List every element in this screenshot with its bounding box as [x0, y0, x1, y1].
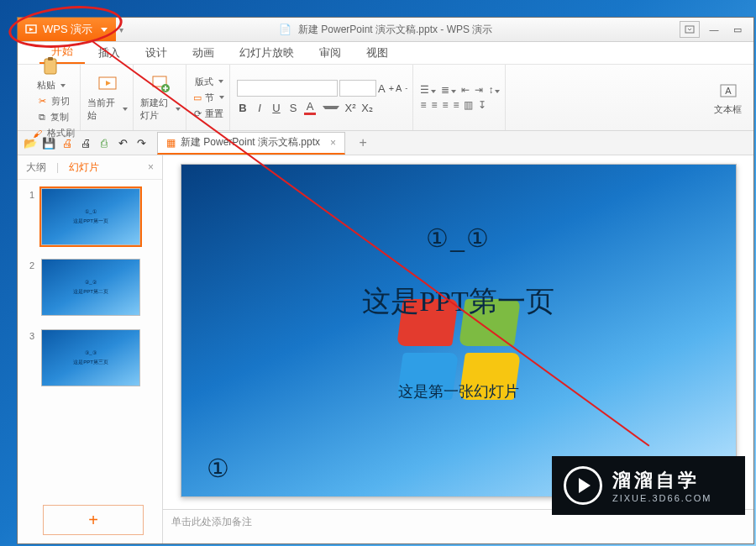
- export-icon[interactable]: ⎙: [97, 135, 112, 150]
- font-name-input[interactable]: [237, 80, 338, 97]
- watermark-badge: 溜溜自学 ZIXUE.3D66.COM: [552, 456, 745, 515]
- align-left-button[interactable]: ≡: [420, 99, 426, 111]
- superscript-button[interactable]: X²: [344, 102, 356, 114]
- svg-rect-3: [48, 57, 53, 60]
- wps-menu-button[interactable]: WPS 演示: [18, 18, 116, 41]
- text-direction-button[interactable]: ↧: [478, 99, 486, 111]
- bullets-button[interactable]: ☰: [420, 84, 436, 96]
- tab-insert[interactable]: 插入: [87, 42, 132, 64]
- tab-animation[interactable]: 动画: [181, 42, 226, 64]
- reset-label: 重置: [205, 108, 223, 120]
- undo-icon[interactable]: ↶: [115, 135, 130, 150]
- new-slide-icon: [150, 73, 171, 95]
- redo-icon[interactable]: ↷: [134, 135, 149, 150]
- align-right-button[interactable]: ≡: [442, 99, 448, 111]
- section-icon: ▭: [193, 92, 202, 103]
- slide-title-1[interactable]: ①_①: [181, 223, 736, 253]
- tab-slideshow[interactable]: 幻灯片放映: [228, 42, 306, 64]
- menu-arrow-icon: [685, 25, 695, 34]
- dropdown-icon: [101, 28, 108, 32]
- thumbnail-2[interactable]: 2 ②_②这是PPT第二页: [24, 259, 155, 316]
- thumb-line1: ①_①: [85, 208, 96, 214]
- subscript-button[interactable]: X₂: [361, 102, 373, 114]
- font-size-input[interactable]: [339, 80, 376, 97]
- thumb-number: 2: [24, 259, 34, 316]
- reset-button[interactable]: ⟳重置: [194, 108, 223, 120]
- title-bar: WPS 演示 ▾ 📄 新建 PowerPoint 演示文稿.pptx - WPS…: [18, 18, 753, 42]
- section-label: 节: [205, 92, 214, 104]
- bold-button[interactable]: B: [237, 102, 249, 114]
- ribbon-tabbar: 开始 插入 设计 动画 幻灯片放映 审阅 视图: [18, 42, 753, 65]
- indent-increase-button[interactable]: ⇥: [475, 84, 483, 96]
- new-slide-button[interactable]: 新建幻灯片: [140, 73, 181, 122]
- options-button[interactable]: [680, 21, 700, 38]
- font-color-button[interactable]: A: [304, 100, 316, 115]
- increase-font-button[interactable]: A+: [378, 80, 394, 97]
- section-button[interactable]: ▭节: [193, 92, 224, 104]
- align-center-button[interactable]: ≡: [431, 99, 437, 111]
- document-tab[interactable]: ▦ 新建 PowerPoint 演示文稿.pptx ×: [157, 132, 345, 155]
- align-justify-button[interactable]: ≡: [453, 99, 459, 111]
- thumb-line1: ③_③: [85, 349, 96, 355]
- svg-rect-1: [685, 26, 694, 33]
- presentation-icon: [24, 23, 38, 36]
- copy-button[interactable]: ⧉复制: [39, 111, 70, 123]
- close-tab-icon[interactable]: ×: [330, 137, 336, 149]
- print-preview-icon[interactable]: 🖨: [78, 135, 93, 150]
- from-current-button[interactable]: 当前开始: [87, 73, 128, 122]
- wps-menu-label: WPS 演示: [43, 22, 92, 37]
- watermark-line1: 溜溜自学: [612, 468, 711, 493]
- close-panel-icon[interactable]: ×: [148, 161, 154, 173]
- layout-label: 版式: [195, 76, 213, 88]
- indent-decrease-button[interactable]: ⇤: [461, 84, 470, 96]
- play-circle-icon: [564, 466, 602, 505]
- thumb-line2: 这是PPT第三页: [73, 359, 108, 366]
- reset-icon: ⟳: [194, 108, 202, 119]
- new-slide-label: 新建幻灯片: [140, 97, 171, 122]
- current-slide[interactable]: ①_① 这是PPT第一页 这是第一张幻灯片 ①: [181, 164, 737, 497]
- font-color-dropdown-icon[interactable]: [323, 106, 339, 109]
- slide-title-2[interactable]: 这是PPT第一页: [181, 282, 736, 321]
- thumbnail-3[interactable]: 3 ③_③这是PPT第三页: [24, 329, 155, 386]
- underline-button[interactable]: U: [270, 102, 282, 114]
- textbox-button[interactable]: A 文本框: [714, 80, 742, 116]
- paste-label: 粘贴: [37, 79, 55, 92]
- window-title-text: 新建 PowerPoint 演示文稿.pptx - WPS 演示: [298, 24, 492, 35]
- document-tab-label: 新建 PowerPoint 演示文稿.pptx: [181, 135, 320, 150]
- thumb-line1: ②_②: [85, 279, 96, 285]
- copy-icon: ⧉: [39, 112, 45, 123]
- restore-button[interactable]: ▭: [728, 22, 747, 37]
- decrease-font-button[interactable]: A-: [396, 80, 407, 97]
- more-icon[interactable]: ▾: [119, 25, 128, 34]
- tab-review[interactable]: 审阅: [307, 42, 353, 64]
- thumbnail-1[interactable]: 1 ①_①这是PPT第一页: [24, 188, 155, 245]
- thumb-line2: 这是PPT第二页: [73, 288, 108, 296]
- layout-button[interactable]: 版式: [195, 76, 223, 88]
- scissors-icon: ✂: [39, 96, 46, 107]
- new-tab-button[interactable]: +: [355, 135, 370, 150]
- slide-subtitle[interactable]: 这是第一张幻灯片: [181, 381, 736, 402]
- columns-button[interactable]: ▥: [464, 99, 473, 111]
- cut-button[interactable]: ✂剪切: [39, 95, 70, 108]
- copy-label: 复制: [50, 111, 69, 123]
- minimize-button[interactable]: —: [705, 22, 723, 37]
- strike-button[interactable]: S: [287, 102, 299, 114]
- paste-button[interactable]: 粘贴: [31, 55, 71, 92]
- italic-button[interactable]: I: [254, 102, 265, 114]
- thumb-number: 1: [24, 188, 34, 245]
- ribbon: 粘贴 ✂剪切 ⧉复制 🖌格式刷 当前开始 新建幻灯片 版式 ▭节: [18, 65, 753, 131]
- tab-separator: |: [56, 161, 59, 173]
- open-icon[interactable]: 📂: [23, 135, 38, 150]
- window-title: 📄 新建 PowerPoint 演示文稿.pptx - WPS 演示: [18, 23, 753, 37]
- save-icon[interactable]: 💾: [41, 135, 56, 150]
- outline-tab[interactable]: 大纲: [26, 160, 46, 175]
- textbox-label: 文本框: [714, 103, 742, 116]
- tab-design[interactable]: 设计: [134, 42, 179, 64]
- svg-rect-2: [45, 59, 56, 74]
- print-direct-icon[interactable]: 🖨: [60, 135, 75, 150]
- numbering-button[interactable]: ≣: [441, 84, 456, 96]
- tab-view[interactable]: 视图: [354, 42, 400, 64]
- line-spacing-button[interactable]: ↕: [488, 84, 500, 96]
- add-slide-button[interactable]: +: [43, 505, 144, 535]
- slides-tab[interactable]: 幻灯片: [69, 160, 99, 175]
